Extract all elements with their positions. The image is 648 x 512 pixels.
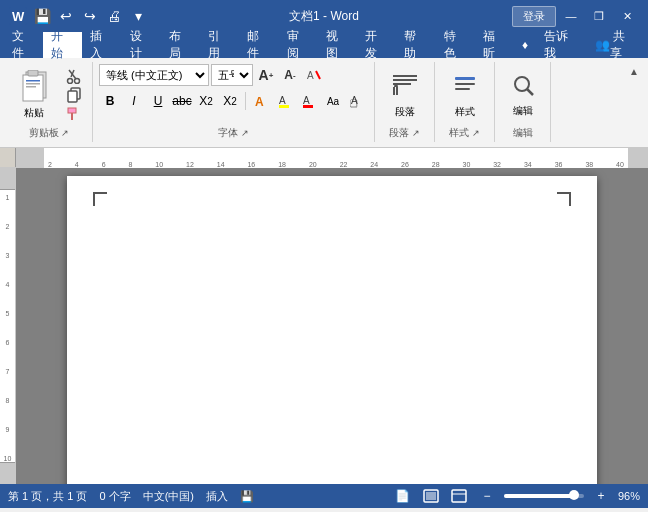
save-quick-btn[interactable]: 💾 <box>32 6 52 26</box>
styles-icon <box>451 71 479 103</box>
svg-point-33 <box>515 77 529 91</box>
menu-mailings[interactable]: 邮件 <box>239 32 278 58</box>
zoom-thumb[interactable] <box>569 490 579 500</box>
svg-text:A: A <box>279 95 286 106</box>
customize-quick-btn[interactable]: ▾ <box>128 6 148 26</box>
menu-review[interactable]: 审阅 <box>279 32 318 58</box>
view-web-btn[interactable] <box>448 488 470 504</box>
font-color-btn[interactable]: A <box>298 90 320 112</box>
title-bar-center: 文档1 - Word <box>289 8 359 25</box>
undo-btn[interactable]: ↩ <box>56 6 76 26</box>
svg-rect-7 <box>26 86 36 88</box>
zoom-out-btn[interactable]: − <box>476 488 498 504</box>
svg-rect-15 <box>71 113 73 120</box>
menu-developer[interactable]: 开发 <box>357 32 396 58</box>
svg-rect-36 <box>426 492 436 500</box>
svg-point-10 <box>68 79 73 84</box>
ruler-corner <box>0 148 16 167</box>
paragraph-label: 段落 <box>395 105 415 119</box>
svg-text:W: W <box>12 9 25 24</box>
char-spacing-btn[interactable]: A ⃣ <box>346 90 368 112</box>
svg-rect-26 <box>393 79 417 81</box>
svg-text:A: A <box>351 95 358 106</box>
cut-button[interactable] <box>60 67 88 85</box>
svg-rect-3 <box>23 75 43 101</box>
page-content[interactable] <box>99 200 565 484</box>
paste-button[interactable]: 粘贴 <box>10 66 58 124</box>
svg-rect-22 <box>303 105 313 108</box>
svg-rect-14 <box>68 108 76 113</box>
zoom-in-btn[interactable]: + <box>590 488 612 504</box>
menu-share[interactable]: 👥 共享 <box>587 32 644 58</box>
menu-special[interactable]: 特色 <box>436 32 475 58</box>
font-group: 等线 (中文正文) 五号 A+ A- A <box>93 62 375 142</box>
menu-foxit[interactable]: 福昕 <box>475 32 514 58</box>
styles-label-bottom: 样式 ↗ <box>449 126 480 140</box>
font-size-select[interactable]: 五号 <box>211 64 253 86</box>
document-area[interactable] <box>16 168 648 484</box>
redo-btn[interactable]: ↪ <box>80 6 100 26</box>
styles-button[interactable]: 样式 <box>439 66 491 124</box>
clear-format-btn[interactable]: A <box>303 64 325 86</box>
svg-line-34 <box>527 89 533 95</box>
editing-button[interactable]: 编辑 <box>497 66 549 124</box>
svg-text:A: A <box>303 95 310 106</box>
view-print-btn[interactable] <box>420 488 442 504</box>
text-highlight-btn[interactable]: A <box>274 90 296 112</box>
svg-rect-6 <box>26 83 40 85</box>
menu-layout[interactable]: 布局 <box>161 32 200 58</box>
font-format-row: B I U abc X2 X2 A A <box>99 90 368 112</box>
menu-design[interactable]: 设计 <box>122 32 161 58</box>
title-bar-left: W 💾 ↩ ↪ 🖨 ▾ <box>8 6 148 26</box>
ribbon: 粘贴 <box>0 58 648 148</box>
document-page <box>67 176 597 484</box>
superscript-button[interactable]: X2 <box>219 90 241 112</box>
view-read-btn[interactable]: 📄 <box>392 488 414 504</box>
menu-insert[interactable]: 插入 <box>82 32 121 58</box>
vertical-ruler: 1 2 3 4 5 6 7 8 9 10 <box>0 168 16 484</box>
document-title: 文档1 - Word <box>289 8 359 25</box>
word-count: 0 个字 <box>99 489 130 504</box>
zoom-slider[interactable] <box>504 494 584 498</box>
word-icon[interactable]: W <box>8 6 28 26</box>
italic-button[interactable]: I <box>123 90 145 112</box>
minimize-button[interactable]: — <box>558 5 584 27</box>
copy-button[interactable] <box>60 86 88 104</box>
login-button[interactable]: 登录 <box>512 6 556 27</box>
zoom-fill <box>504 494 574 498</box>
text-effect-btn[interactable]: A <box>250 90 272 112</box>
svg-line-17 <box>316 71 320 79</box>
font-case-btn[interactable]: Aa <box>322 90 344 112</box>
strikethrough-button[interactable]: abc <box>171 90 193 112</box>
menu-diamond[interactable]: ♦ <box>514 32 536 58</box>
paragraph-button[interactable]: 段落 <box>379 66 431 124</box>
menu-references[interactable]: 引用 <box>200 32 239 58</box>
menu-home[interactable]: 开始 <box>43 32 82 58</box>
status-bar: 第 1 页，共 1 页 0 个字 中文(中国) 插入 💾 📄 − + 96% <box>0 484 648 508</box>
subscript-button[interactable]: X2 <box>195 90 217 112</box>
ribbon-collapse-button[interactable]: ▲ <box>624 66 644 77</box>
underline-button[interactable]: U <box>147 90 169 112</box>
zoom-level: 96% <box>618 490 640 502</box>
menu-help[interactable]: 帮助 <box>396 32 435 58</box>
svg-rect-31 <box>455 83 475 85</box>
svg-rect-4 <box>28 70 38 76</box>
menu-tell-me[interactable]: 告诉我 <box>536 32 587 58</box>
svg-rect-20 <box>279 105 289 108</box>
restore-button[interactable]: ❒ <box>586 5 612 27</box>
quick-print-btn[interactable]: 🖨 <box>104 6 124 26</box>
font-name-select[interactable]: 等线 (中文正文) <box>99 64 209 86</box>
font-decrease-btn[interactable]: A- <box>279 64 301 86</box>
menu-view[interactable]: 视图 <box>318 32 357 58</box>
editing-label-bottom: 编辑 <box>513 126 533 140</box>
font-increase-btn[interactable]: A+ <box>255 64 277 86</box>
menu-file[interactable]: 文件 <box>4 32 43 58</box>
clipboard-small-btns <box>60 67 88 123</box>
format-painter-button[interactable] <box>60 105 88 123</box>
svg-rect-29 <box>396 87 398 95</box>
styles-group: 样式 样式 ↗ <box>435 62 495 142</box>
horizontal-ruler: 2 4 6 8 10 12 14 16 18 20 22 24 26 28 30… <box>16 148 648 168</box>
close-button[interactable]: ✕ <box>614 5 640 27</box>
bold-button[interactable]: B <box>99 90 121 112</box>
main-area: 1 2 3 4 5 6 7 8 9 10 <box>0 168 648 484</box>
